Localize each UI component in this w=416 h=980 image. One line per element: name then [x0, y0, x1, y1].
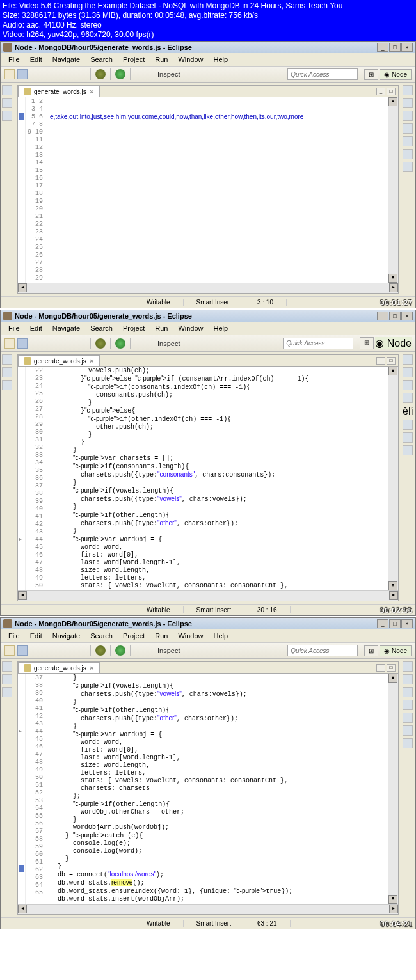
stop-button[interactable] — [76, 69, 86, 79]
save-button[interactable] — [17, 69, 28, 79]
menu-search[interactable]: Search — [85, 323, 118, 333]
breakpoints-icon[interactable] — [403, 111, 413, 121]
stop-button[interactable] — [76, 338, 86, 349]
node-perspective-button[interactable]: ◉ Node — [380, 645, 412, 656]
maximize-button[interactable]: □ — [389, 312, 401, 320]
menu-run[interactable]: Run — [150, 631, 173, 641]
open-perspective-button[interactable]: ⊞ — [364, 69, 378, 80]
minimize-button[interactable]: _ — [377, 312, 388, 320]
inspect-label[interactable]: Inspect — [157, 647, 180, 654]
quick-access-input[interactable] — [283, 338, 353, 349]
external-tools-button[interactable] — [135, 645, 145, 656]
menu-file[interactable]: File — [3, 631, 25, 641]
editor-tab[interactable]: generate_words.js ✕ — [18, 86, 100, 97]
scroll-right-button[interactable]: ▸ — [389, 283, 398, 292]
scrollbar-track[interactable] — [27, 591, 389, 601]
expressions-icon[interactable] — [403, 700, 413, 710]
scroll-right-button[interactable]: ▸ — [389, 905, 398, 913]
tab-close-icon[interactable]: ✕ — [89, 88, 94, 95]
menu-navigate[interactable]: Navigate — [47, 323, 85, 333]
maximize-view-button[interactable]: □ — [387, 664, 396, 672]
scroll-up-button[interactable]: ▴ — [388, 674, 397, 683]
menu-window[interactable]: Window — [173, 631, 208, 641]
project-explorer-icon[interactable] — [2, 354, 12, 365]
close-button[interactable]: × — [401, 43, 413, 52]
variables-icon[interactable] — [403, 674, 413, 684]
new-button[interactable] — [4, 69, 15, 79]
open-perspective-button[interactable]: ⊞ — [360, 337, 374, 349]
project-explorer-icon[interactable] — [2, 661, 12, 672]
minimize-button[interactable]: _ — [377, 619, 388, 628]
external-tools-button[interactable] — [135, 338, 145, 349]
debug-button[interactable] — [95, 338, 106, 349]
open-perspective-button[interactable]: ⊞ — [364, 645, 378, 656]
node-perspective-button[interactable]: ◉ Node — [380, 69, 412, 80]
maximize-view-button[interactable]: □ — [387, 357, 396, 365]
horizontal-scrollbar[interactable]: ◂ ▸ — [18, 590, 398, 601]
minimize-view-button[interactable]: _ — [376, 664, 385, 672]
title-bar[interactable]: Node - MongoDB/hour05/generate_words.js … — [1, 42, 415, 53]
scrollbar-track[interactable] — [27, 283, 389, 293]
save-all-button[interactable] — [30, 338, 40, 349]
menu-project[interactable]: Project — [118, 631, 150, 641]
skip-button[interactable] — [50, 69, 60, 79]
run-button[interactable] — [115, 338, 125, 349]
fold-icon[interactable]: ▸ — [19, 536, 24, 541]
menu-file[interactable]: File — [3, 54, 25, 65]
save-button[interactable] — [17, 338, 28, 349]
horizontal-scrollbar[interactable]: ◂ ▸ — [18, 283, 398, 293]
quick-access-input[interactable] — [287, 68, 358, 80]
scroll-down-button[interactable]: ▾ — [388, 581, 397, 590]
scroll-left-button[interactable]: ◂ — [18, 283, 27, 292]
pause-button[interactable] — [63, 645, 73, 656]
vertical-scrollbar[interactable]: ▴ ▾ — [388, 367, 398, 590]
project-explorer-icon[interactable] — [2, 85, 12, 95]
expressions-icon[interactable] — [403, 123, 413, 134]
console-icon[interactable] — [403, 136, 413, 146]
scroll-right-button[interactable]: ▸ — [389, 591, 398, 600]
console-icon[interactable] — [403, 713, 413, 723]
menu-navigate[interactable]: Navigate — [47, 631, 85, 641]
minimize-view-button[interactable]: _ — [376, 88, 385, 95]
save-all-button[interactable] — [30, 645, 40, 656]
menu-edit[interactable]: Edit — [25, 323, 47, 333]
menu-search[interactable]: Search — [85, 54, 118, 65]
problems-icon[interactable] — [403, 738, 413, 748]
menu-project[interactable]: Project — [118, 54, 150, 65]
vertical-scrollbar[interactable]: ▴ ▾ — [388, 97, 398, 283]
node-perspective-button[interactable]: ◉ Node — [375, 337, 412, 349]
menu-file[interactable]: File — [3, 323, 25, 333]
scroll-down-button[interactable]: ▾ — [388, 895, 397, 904]
debug-view-icon[interactable] — [403, 354, 413, 365]
horizontal-scrollbar[interactable]: ◂ ▸ — [18, 904, 398, 914]
maximize-button[interactable]: □ — [389, 43, 401, 52]
expressions-icon[interactable] — [403, 393, 413, 403]
menu-window[interactable]: Window — [173, 54, 208, 65]
menu-window[interactable]: Window — [173, 323, 208, 333]
variables-icon[interactable] — [403, 367, 413, 377]
menu-run[interactable]: Run — [150, 323, 173, 333]
problems-icon[interactable] — [403, 445, 413, 455]
breakpoints-icon[interactable] — [403, 380, 413, 390]
save-all-button[interactable] — [30, 69, 40, 79]
code-content[interactable]: } "c-purple">if(vowels.length){ charsets… — [47, 674, 388, 904]
menu-edit[interactable]: Edit — [25, 631, 47, 641]
variables-icon[interactable] — [403, 98, 413, 108]
tasks-icon[interactable] — [403, 149, 413, 159]
menu-run[interactable]: Run — [150, 54, 173, 65]
editor-tab[interactable]: generate_words.js ✕ — [18, 355, 100, 366]
menu-help[interactable]: Help — [209, 631, 234, 641]
debug-button[interactable] — [95, 645, 106, 656]
menu-help[interactable]: Help — [209, 54, 234, 65]
minimize-view-button[interactable]: _ — [376, 357, 385, 365]
quick-access-input[interactable] — [287, 645, 358, 656]
outline-icon[interactable] — [2, 687, 12, 697]
menu-search[interactable]: Search — [85, 631, 118, 641]
maximize-button[interactable]: □ — [389, 619, 401, 628]
scroll-up-button[interactable]: ▴ — [388, 367, 397, 375]
tasks-icon[interactable] — [403, 432, 413, 443]
scrollbar-track[interactable] — [27, 905, 389, 914]
close-button[interactable]: × — [401, 619, 413, 628]
scroll-up-button[interactable]: ▴ — [388, 97, 397, 106]
editor-tab[interactable]: generate_words.js ✕ — [18, 662, 100, 673]
